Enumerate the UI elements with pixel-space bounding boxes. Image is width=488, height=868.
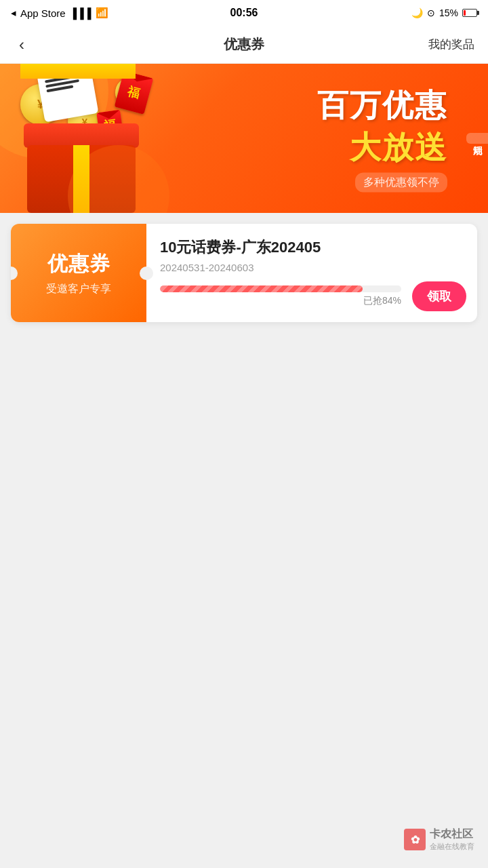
- coupon-left-panel: 优惠券 受邀客户专享: [11, 224, 146, 322]
- status-bar: ◂ App Store ▐▐▐ 📶 00:56 🌙 ⊙ 15%: [0, 0, 488, 26]
- coupon-name: 10元话费券-广东202405: [160, 237, 466, 258]
- back-button[interactable]: ‹: [14, 30, 30, 60]
- page-title: 优惠券: [224, 35, 264, 54]
- activity-rules-tab[interactable]: 活动规则: [466, 133, 488, 144]
- signal-icon: ▐▐▐: [70, 7, 92, 19]
- watermark-sub: 金融在线教育: [430, 842, 474, 852]
- watermark-logo-text: ✿: [411, 833, 420, 846]
- progress-text: 已抢84%: [160, 295, 401, 307]
- coupon-date: 20240531-20240603: [160, 262, 466, 273]
- banner-title-2: 大放送: [317, 127, 447, 169]
- circle-icon: ⊙: [427, 7, 435, 18]
- watermark-text-area: 卡农社区 金融在线教育: [430, 827, 474, 852]
- coupon-label: 优惠券: [47, 250, 110, 278]
- progress-area: 已抢84%: [160, 285, 401, 307]
- my-prizes-button[interactable]: 我的奖品: [428, 37, 474, 52]
- watermark-logo: ✿: [404, 829, 426, 850]
- coupon-sublabel: 受邀客户专享: [46, 282, 111, 296]
- status-time: 00:56: [230, 7, 258, 19]
- coupon-section: 优惠券 受邀客户专享 10元话费券-广东202405 20240531-2024…: [0, 213, 488, 333]
- status-right: 🌙 ⊙ 15%: [411, 7, 477, 18]
- claim-button[interactable]: 领取: [412, 281, 466, 311]
- progress-bar-fill: [160, 285, 363, 292]
- progress-bar-bg: [160, 285, 401, 292]
- nav-bar: ‹ 优惠券 我的奖品: [0, 26, 488, 64]
- coupon-card: 优惠券 受邀客户专享 10元话费券-广东202405 20240531-2024…: [11, 224, 477, 322]
- watermark-name: 卡农社区: [430, 827, 474, 842]
- promo-banner: ¥ ¥ ¥ 百万优惠 大放送: [0, 64, 488, 213]
- status-left: ◂ App Store ▐▐▐ 📶: [11, 7, 108, 19]
- coupon-right-panel: 10元话费券-广东202405 20240531-20240603 已抢84% …: [146, 224, 477, 322]
- battery-icon: [462, 9, 477, 17]
- moon-icon: 🌙: [411, 7, 423, 18]
- watermark: ✿ 卡农社区 金融在线教育: [404, 827, 474, 852]
- carrier-label: App Store: [20, 7, 66, 19]
- banner-title-1: 百万优惠: [317, 85, 447, 127]
- wifi-icon: 📶: [96, 7, 108, 19]
- back-arrow-icon: ◂: [11, 7, 16, 19]
- gift-box-icon: [27, 125, 136, 213]
- gift-illustration: ¥ ¥ ¥: [14, 71, 163, 213]
- banner-text-area: 百万优惠 大放送 多种优惠领不停: [317, 85, 447, 193]
- battery-percent: 15%: [439, 7, 458, 18]
- banner-subtitle: 多种优惠领不停: [355, 173, 447, 193]
- coupon-footer: 已抢84% 领取: [160, 281, 466, 311]
